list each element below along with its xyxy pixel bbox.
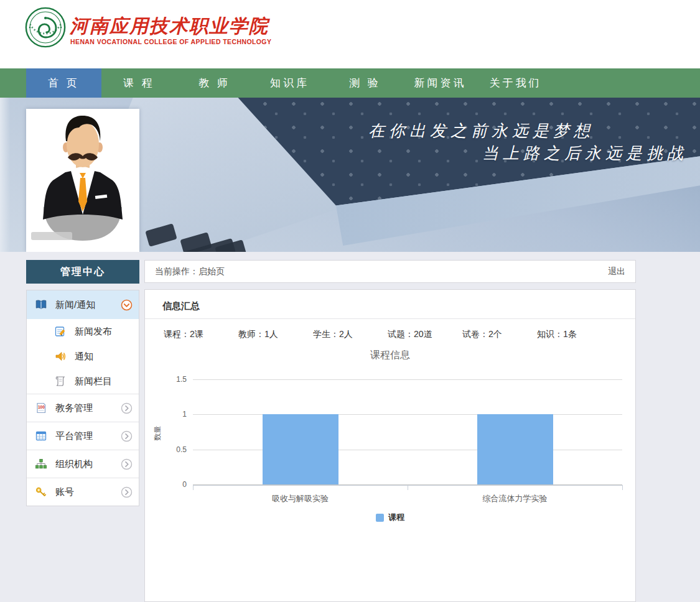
y-tick-label: 0 — [166, 480, 187, 489]
avatar-card — [26, 109, 139, 252]
sidebar-item-academic-management[interactable]: 100 教务管理 — [27, 394, 139, 422]
y-tick-label: 1 — [166, 410, 187, 419]
sidebar-item-news-notice[interactable]: 新闻/通知 — [27, 290, 139, 319]
legend-label: 课程 — [388, 512, 404, 523]
legend-swatch — [376, 514, 384, 522]
sidebar-title: 管理中心 — [26, 260, 139, 284]
x-axis-tick — [193, 485, 194, 490]
chevron-down-circle-icon[interactable] — [121, 299, 133, 311]
sidebar-item-label: 平台管理 — [55, 430, 121, 442]
y-axis-label: 数量 — [152, 426, 163, 441]
sidebar-item-platform-management[interactable]: 平台管理 — [27, 422, 139, 450]
chevron-right-circle-icon[interactable] — [121, 402, 133, 414]
chart-title: 课程信息 — [145, 349, 635, 362]
stat-teachers: 教师：1人 — [238, 329, 313, 340]
chevron-right-circle-icon[interactable] — [121, 430, 133, 442]
nav-tab-knowledge-base[interactable]: 知识库 — [252, 68, 327, 98]
page: 河南应用技术职业学院 HENAN VOCATIONAL COLLEGE OF A… — [0, 0, 700, 602]
main-content: 当前操作：启始页 退出 信息汇总 课程：2课 教师：1人 学生：2人 试题：20… — [144, 260, 636, 602]
chart-bar — [263, 414, 338, 484]
college-name-cn: 河南应用技术职业学院 — [70, 14, 269, 39]
stat-knowledge: 知识：1条 — [537, 329, 612, 340]
sidebar-subitem-label: 新闻栏目 — [75, 376, 133, 387]
nav-tab-home[interactable]: 首 页 — [26, 68, 101, 98]
stat-papers: 试卷：2个 — [462, 329, 537, 340]
grid-line — [193, 379, 622, 380]
businessman-avatar — [26, 109, 139, 252]
grid-line — [193, 414, 622, 415]
grade-100-icon: 100 — [35, 402, 47, 414]
site-header: 河南应用技术职业学院 HENAN VOCATIONAL COLLEGE OF A… — [0, 0, 700, 68]
college-seal-icon — [25, 7, 66, 48]
chevron-right-circle-icon[interactable] — [121, 486, 133, 498]
stat-students: 学生：2人 — [313, 329, 388, 340]
nav-tab-news[interactable]: 新闻资讯 — [403, 68, 478, 98]
sidebar-item-label: 组织机构 — [55, 458, 121, 470]
main-nav: 首 页 课 程 教 师 知识库 测 验 新闻资讯 关于我们 — [0, 68, 700, 98]
sidebar-item-organization[interactable]: 组织机构 — [27, 450, 139, 478]
x-axis-tick — [622, 485, 623, 490]
scroll-icon — [54, 375, 67, 387]
key-icon — [35, 486, 47, 498]
sidebar-subitem-news-column[interactable]: 新闻栏目 — [27, 369, 139, 394]
table-icon — [35, 430, 47, 442]
sidebar-item-label: 教务管理 — [55, 402, 121, 414]
operation-toolbar: 当前操作：启始页 退出 — [144, 260, 636, 283]
x-axis-category-label: 吸收与解吸实验 — [193, 493, 408, 504]
college-name-en: HENAN VOCATIONAL COLLEGE OF APPLIED TECH… — [70, 38, 271, 45]
banner-left-light — [0, 98, 10, 252]
summary-panel: 信息汇总 课程：2课 教师：1人 学生：2人 试题：20道 试卷：2个 知识：1… — [144, 289, 636, 602]
sidebar-subitem-notice[interactable]: 通知 — [27, 344, 139, 369]
sidebar-item-label: 新闻/通知 — [55, 299, 121, 311]
chevron-right-circle-icon[interactable] — [121, 458, 133, 470]
stat-questions: 试题：20道 — [388, 329, 462, 340]
nav-tab-teachers[interactable]: 教 师 — [177, 68, 252, 98]
logout-button[interactable]: 退出 — [608, 266, 625, 277]
stat-courses: 课程：2课 — [164, 329, 238, 340]
nav-tab-quiz[interactable]: 测 验 — [327, 68, 403, 98]
nav-tab-courses[interactable]: 课 程 — [101, 68, 177, 98]
sidebar-item-label: 账号 — [55, 486, 121, 498]
banner-slogan-line1: 在你出发之前永远是梦想 — [368, 120, 594, 142]
stats-row: 课程：2课 教师：1人 学生：2人 试题：20道 试卷：2个 知识：1条 — [145, 319, 635, 340]
nav-tab-about[interactable]: 关于我们 — [478, 68, 553, 98]
admin-sidebar: 管理中心 新闻/通知 — [26, 260, 139, 506]
chart-legend[interactable]: 课程 — [145, 512, 635, 523]
org-chart-icon — [35, 458, 47, 470]
sidebar-subitem-label: 新闻发布 — [75, 326, 133, 338]
y-tick-label: 1.5 — [166, 375, 187, 384]
x-axis-category-label: 综合流体力学实验 — [408, 493, 622, 504]
sidebar-item-account[interactable]: 账号 — [27, 478, 139, 506]
y-tick-label: 0.5 — [166, 445, 187, 454]
banner-slogan-line2: 当上路之后永远是挑战 — [482, 142, 688, 164]
current-operation-text: 当前操作：启始页 — [155, 266, 225, 277]
edit-note-icon — [54, 325, 67, 338]
speaker-icon — [54, 350, 67, 363]
hero-banner: 在你出发之前永远是梦想 当上路之后永远是挑战 — [0, 98, 700, 252]
summary-title: 信息汇总 — [145, 290, 635, 318]
chart-bar — [477, 414, 553, 484]
book-icon — [35, 299, 47, 311]
course-chart: 课程信息 数量 课程 00.511.5吸收与解吸实验综合流体力学实验 — [145, 346, 635, 539]
grid-line — [193, 450, 622, 450]
sidebar-menu: 新闻/通知 新闻发布 — [26, 290, 139, 506]
x-axis-tick — [408, 485, 408, 490]
svg-text:100: 100 — [38, 405, 45, 409]
sidebar-subitem-news-publish[interactable]: 新闻发布 — [27, 319, 139, 344]
sidebar-subitem-label: 通知 — [75, 351, 133, 363]
